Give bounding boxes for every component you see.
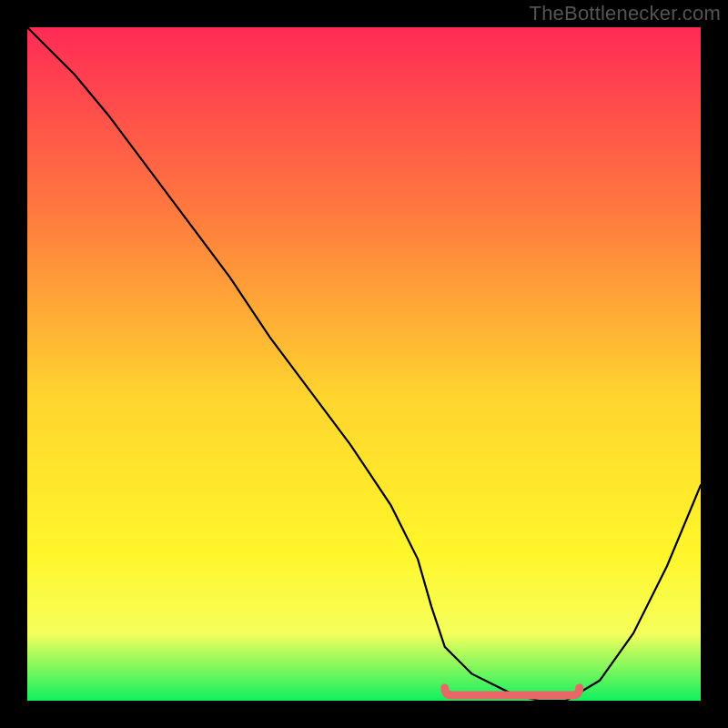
bottleneck-chart bbox=[0, 0, 728, 728]
watermark-text: TheBottlenecker.com bbox=[530, 2, 721, 25]
gradient-background bbox=[27, 27, 701, 701]
chart-stage: TheBottlenecker.com bbox=[0, 0, 728, 728]
